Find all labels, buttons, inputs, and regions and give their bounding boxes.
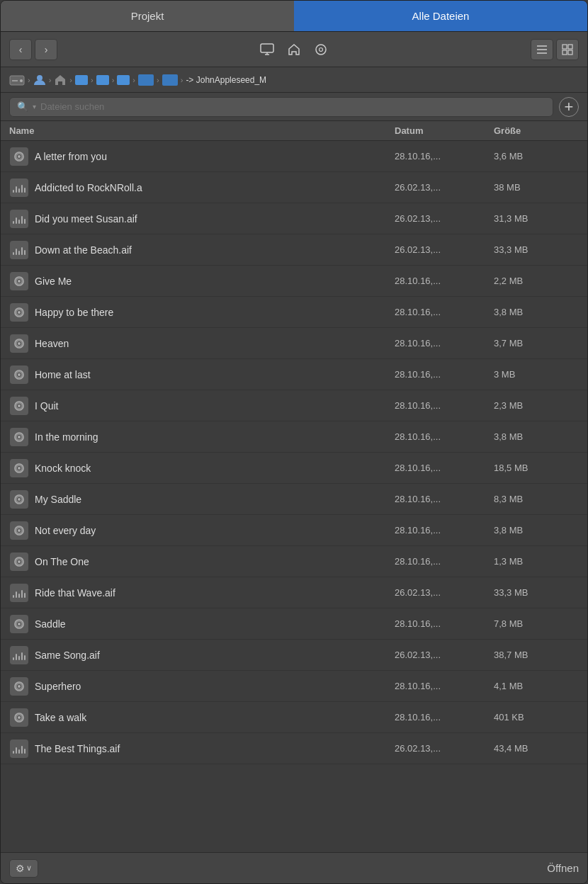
- file-name: On The One: [35, 556, 89, 567]
- aif-file-icon: [10, 241, 28, 259]
- file-name: Addicted to RockNRoll.a: [35, 182, 142, 193]
- file-row[interactable]: My Saddle 28.10.16,... 8,3 MB: [1, 484, 587, 515]
- file-icon: [9, 489, 29, 509]
- back-button[interactable]: ‹: [9, 39, 32, 60]
- file-row[interactable]: Down at the Beach.aif 26.02.13,... 33,3 …: [1, 234, 587, 266]
- file-date: 26.02.13,...: [395, 743, 494, 754]
- file-date: 28.10.16,...: [395, 369, 494, 380]
- breadcrumb-sep-6: ›: [132, 76, 135, 84]
- file-date: 28.10.16,...: [395, 463, 494, 473]
- search-bar: 🔍 ▾ +: [1, 93, 587, 121]
- breadcrumb-user-icon[interactable]: [33, 74, 46, 86]
- svg-point-21: [18, 311, 21, 314]
- file-row[interactable]: Did you meet Susan.aif 26.02.13,... 31,3…: [1, 203, 587, 234]
- file-row[interactable]: Give Me 28.10.16,... 2,2 MB: [1, 266, 587, 297]
- svg-point-33: [18, 498, 21, 501]
- file-row[interactable]: Ride that Wave.aif 26.02.13,... 33,3 MB: [1, 577, 587, 608]
- file-icon: [9, 552, 29, 572]
- file-name: My Saddle: [35, 494, 81, 505]
- project-file-icon: [10, 708, 28, 727]
- breadcrumb: › › › › › › › › -> JohnAppleseed_M: [1, 67, 587, 93]
- file-date: 28.10.16,...: [395, 681, 494, 691]
- file-name: A letter from you: [35, 151, 107, 162]
- toolbar: ‹ ›: [1, 32, 587, 67]
- file-row[interactable]: A letter from you 28.10.16,... 3,6 MB: [1, 141, 587, 172]
- file-row[interactable]: Heaven 28.10.16,... 3,7 MB: [1, 328, 587, 359]
- list-view-button[interactable]: [531, 39, 553, 60]
- breadcrumb-home-icon[interactable]: [54, 74, 67, 86]
- aif-file-icon: [10, 740, 28, 758]
- disc-icon: [315, 43, 327, 56]
- home-icon-button[interactable]: [283, 39, 305, 60]
- gear-button[interactable]: ⚙ ∨: [9, 859, 38, 878]
- file-date: 28.10.16,...: [395, 431, 494, 442]
- file-date: 26.02.13,...: [395, 213, 494, 224]
- file-row[interactable]: Same Song.aif 26.02.13,... 38,7 MB: [1, 640, 587, 671]
- file-name: Down at the Beach.aif: [35, 244, 132, 256]
- gear-icon: ⚙: [16, 863, 25, 874]
- tab-alle-dateien[interactable]: Alle Dateien: [294, 1, 587, 31]
- file-name-cell: Ride that Wave.aif: [9, 583, 395, 603]
- nav-buttons: ‹ ›: [9, 39, 57, 60]
- file-row[interactable]: Addicted to RockNRoll.a 26.02.13,... 38 …: [1, 172, 587, 203]
- tab-projekt[interactable]: Projekt: [1, 1, 294, 31]
- breadcrumb-folder-2[interactable]: [96, 75, 109, 85]
- monitor-icon-button[interactable]: [256, 39, 278, 60]
- file-name: Give Me: [35, 276, 72, 287]
- breadcrumb-folder-1[interactable]: [75, 75, 88, 85]
- file-row[interactable]: Knock knock 28.10.16,... 18,5 MB: [1, 453, 587, 484]
- file-name-cell: Give Me: [9, 271, 395, 291]
- add-button[interactable]: +: [559, 97, 579, 117]
- disc-icon-button[interactable]: [310, 39, 332, 60]
- svg-point-13: [20, 79, 23, 82]
- file-size: 4,1 MB: [494, 681, 579, 691]
- file-row[interactable]: Home at last 28.10.16,... 3 MB: [1, 359, 587, 390]
- file-row[interactable]: In the morning 28.10.16,... 3,8 MB: [1, 421, 587, 453]
- file-icon: [9, 209, 29, 229]
- project-file-icon: [10, 397, 28, 415]
- gear-chevron: ∨: [26, 863, 32, 873]
- breadcrumb-folder-3[interactable]: [117, 75, 130, 85]
- forward-button[interactable]: ›: [35, 39, 57, 60]
- file-size: 31,3 MB: [494, 213, 579, 224]
- svg-point-27: [18, 404, 21, 407]
- project-file-icon: [10, 303, 28, 322]
- file-row[interactable]: On The One 28.10.16,... 1,3 MB: [1, 546, 587, 577]
- file-name: The Best Things.aif: [35, 743, 120, 754]
- grid-view-button[interactable]: [556, 39, 579, 60]
- file-name-cell: Happy to be there: [9, 302, 395, 322]
- search-icon: 🔍: [17, 101, 28, 112]
- file-row[interactable]: Saddle 28.10.16,... 7,8 MB: [1, 608, 587, 640]
- toolbar-icons: [256, 39, 332, 60]
- file-name: Heaven: [35, 338, 69, 349]
- breadcrumb-hdd-icon[interactable]: [9, 74, 25, 86]
- svg-point-31: [18, 467, 21, 470]
- file-row[interactable]: Not every day 28.10.16,... 3,8 MB: [1, 515, 587, 546]
- search-input[interactable]: [40, 101, 545, 112]
- file-date: 26.02.13,...: [395, 650, 494, 660]
- file-name: Take a walk: [35, 712, 86, 723]
- breadcrumb-folder-4[interactable]: [138, 74, 154, 86]
- project-file-icon: [10, 552, 28, 571]
- file-row[interactable]: Take a walk 28.10.16,... 401 KB: [1, 702, 587, 733]
- file-date: 28.10.16,...: [395, 338, 494, 348]
- project-file-icon: [10, 366, 28, 384]
- file-row[interactable]: The Best Things.aif 26.02.13,... 43,4 MB: [1, 733, 587, 764]
- file-name-cell: Take a walk: [9, 708, 395, 727]
- open-button[interactable]: Öffnen: [547, 862, 579, 874]
- file-size: 8,3 MB: [494, 494, 579, 504]
- file-size: 33,3 MB: [494, 244, 579, 255]
- file-row[interactable]: Superhero 28.10.16,... 4,1 MB: [1, 671, 587, 702]
- file-row[interactable]: Happy to be there 28.10.16,... 3,8 MB: [1, 297, 587, 328]
- file-icon: [9, 739, 29, 759]
- file-name: Superhero: [35, 681, 81, 692]
- file-name-cell: Home at last: [9, 365, 395, 385]
- file-name: Did you meet Susan.aif: [35, 213, 137, 225]
- breadcrumb-folder-5[interactable]: [162, 74, 178, 86]
- file-size: 2,3 MB: [494, 400, 579, 411]
- file-row[interactable]: I Quit 28.10.16,... 2,3 MB: [1, 390, 587, 421]
- file-size: 1,3 MB: [494, 556, 579, 567]
- file-date: 26.02.13,...: [395, 244, 494, 255]
- project-file-icon: [10, 272, 28, 290]
- grid-view-icon: [562, 44, 573, 55]
